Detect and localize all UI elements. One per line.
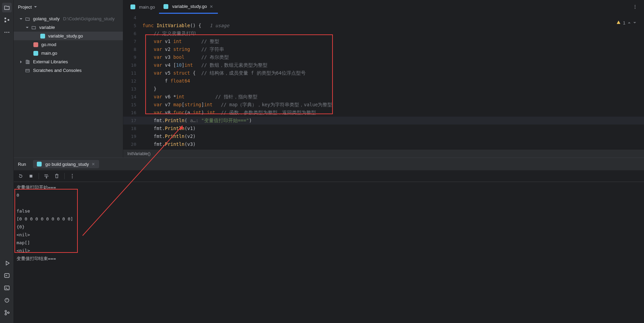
tree-label: variable — [39, 25, 55, 30]
output-line: false — [17, 207, 641, 215]
line-number: 13 — [123, 85, 142, 93]
vcs-tool-icon[interactable] — [2, 308, 12, 317]
go-file-icon — [33, 51, 39, 56]
sidebar-header[interactable]: Project — [14, 0, 123, 14]
folder-icon — [25, 16, 30, 22]
svg-rect-8 — [4, 286, 9, 290]
code-line: var v3 bool // 布尔类型 — [142, 53, 644, 61]
output-line: [0 0 0 0 0 0 0 0 0 0] — [17, 215, 641, 223]
svg-marker-6 — [6, 261, 9, 265]
svg-point-17 — [635, 5, 635, 6]
tabs-right-actions — [632, 0, 644, 14]
go-file-icon — [163, 4, 169, 9]
library-icon — [25, 59, 30, 65]
soft-wrap-icon[interactable] — [44, 173, 49, 179]
line-number: 5 — [123, 22, 142, 30]
editor-tabs: main.go variable_study.go — [123, 0, 644, 14]
line-number: 6 — [123, 30, 142, 37]
terminal-tool-icon[interactable] — [2, 283, 12, 293]
svg-rect-2 — [8, 19, 9, 21]
breadcrumb[interactable]: InitVariable() — [123, 149, 644, 158]
line-number: 9 — [123, 53, 142, 61]
project-tool-icon[interactable] — [2, 3, 12, 12]
editor-area: main.go variable_study.go — [123, 0, 644, 158]
structure-tool-icon[interactable] — [2, 15, 12, 25]
close-icon[interactable] — [209, 4, 214, 9]
tree-label: External Libraries — [33, 59, 68, 64]
tree-folder-variable[interactable]: variable — [14, 23, 123, 32]
run-toolbar — [14, 170, 644, 182]
chevron-right-icon — [19, 60, 23, 64]
svg-point-18 — [635, 7, 635, 7]
code-line: var v8 func(a int) int // 函数，参数类型为整型，返回类… — [142, 109, 644, 117]
line-number: 10 — [123, 61, 142, 69]
chevron-down-icon — [34, 5, 37, 9]
line-number: 12 — [123, 77, 142, 85]
left-tool-bar — [0, 0, 14, 323]
svg-point-3 — [4, 32, 5, 33]
sidebar-title: Project — [18, 4, 32, 10]
tab-label: variable_study.go — [172, 4, 207, 9]
code-line: fmt.Println(v1) — [142, 125, 644, 132]
svg-point-10 — [5, 310, 7, 312]
run-tab[interactable]: go build golang_study — [33, 160, 99, 168]
stop-icon[interactable] — [28, 173, 34, 179]
line-number: 18 — [123, 125, 142, 132]
more-icon[interactable] — [632, 4, 638, 9]
line-number: 15 — [123, 101, 142, 109]
tree-file-main[interactable]: main.go — [14, 49, 123, 57]
chevron-down-icon — [19, 17, 23, 21]
tree-file-variable-study[interactable]: variable_study.go — [14, 32, 123, 40]
services-tool-icon[interactable] — [2, 258, 12, 268]
problems-tool-icon[interactable] — [2, 295, 12, 305]
tree-external-libs[interactable]: External Libraries — [14, 57, 123, 66]
divider — [64, 173, 65, 179]
go-file-icon — [36, 161, 42, 167]
code-content[interactable]: func InitVariable() { 1 usage // 定义变量及打印… — [142, 14, 644, 149]
breadcrumb-item: InitVariable() — [127, 151, 150, 156]
gutter: 4 5 6 7 8 9 10 11 12 13 14 15 16 17 18 1… — [123, 14, 142, 149]
run-tool-icon[interactable] — [2, 271, 12, 280]
trash-icon[interactable] — [54, 173, 60, 179]
tree-root[interactable]: golang_study D:\Code\Go\golang_study — [14, 14, 123, 23]
svg-rect-15 — [29, 61, 30, 64]
run-label: Run — [18, 162, 26, 167]
code-editor[interactable]: 4 5 6 7 8 9 10 11 12 13 14 15 16 17 18 1… — [123, 14, 644, 149]
go-file-icon — [40, 33, 45, 39]
run-output[interactable]: 变量值打印开始=== 0 false [0 0 0 0 0 0 0 0 0 0]… — [14, 182, 644, 323]
output-line: 变量值打印开始=== — [17, 183, 641, 191]
project-tree: golang_study D:\Code\Go\golang_study var… — [14, 14, 123, 158]
svg-point-5 — [8, 32, 9, 33]
tree-label: go.mod — [41, 42, 56, 47]
more-icon[interactable] — [70, 173, 75, 179]
line-number: 17 — [123, 117, 142, 125]
code-line: f float64 — [142, 77, 644, 85]
run-header: Run go build golang_study — [14, 158, 644, 170]
tree-scratches[interactable]: Scratches and Consoles — [14, 66, 123, 75]
line-number: 14 — [123, 93, 142, 101]
code-line: fmt.Println(v2) — [142, 132, 644, 140]
more-tool-icon[interactable] — [2, 28, 12, 37]
divider — [39, 173, 39, 179]
tab-main-go[interactable]: main.go — [126, 0, 159, 14]
close-icon[interactable] — [91, 162, 96, 166]
svg-rect-16 — [26, 69, 30, 72]
code-line: var v5 struct { // 结构体，成员变量 f 的类型为64位浮点型… — [142, 69, 644, 77]
rerun-icon[interactable] — [18, 173, 23, 179]
output-line: <nil> — [17, 247, 641, 255]
go-file-icon — [130, 4, 136, 10]
code-line: var v1 int // 整型 — [142, 37, 644, 45]
svg-point-23 — [72, 177, 73, 178]
code-line: var v4 [10]int // 数组，数组元素类型为整型 — [142, 61, 644, 69]
output-line: 变量值打印结束=== — [17, 255, 641, 262]
tree-file-gomod[interactable]: go.mod — [14, 40, 123, 49]
svg-point-11 — [5, 313, 7, 315]
line-number: 8 — [123, 45, 142, 53]
tab-variable-study[interactable]: variable_study.go — [159, 0, 218, 14]
svg-point-21 — [72, 174, 73, 175]
svg-rect-13 — [26, 60, 27, 64]
line-number: 20 — [123, 140, 142, 148]
svg-point-4 — [6, 32, 7, 33]
output-line: <nil> — [17, 231, 641, 239]
chevron-down-icon — [25, 26, 30, 29]
